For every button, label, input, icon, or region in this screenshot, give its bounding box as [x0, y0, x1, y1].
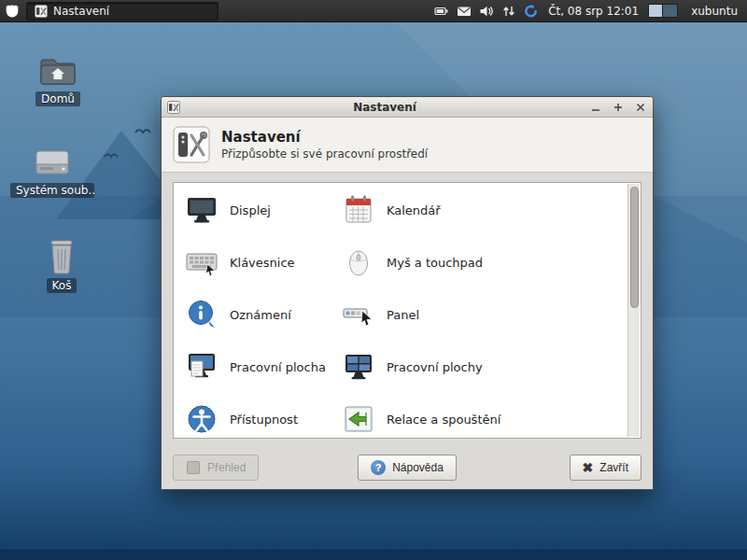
maximize-icon[interactable] — [612, 101, 625, 114]
close-button-icon — [583, 460, 594, 475]
scrollbar-thumb[interactable] — [630, 187, 639, 308]
button-bar: Přehled Nápověda Zavřít — [162, 446, 653, 489]
taskbar-item-label: Nastavení — [53, 5, 109, 18]
settings-listbox: Displej — [173, 182, 641, 439]
header-subtitle: Přizpůsobte si své pracovní prostředí — [221, 147, 428, 161]
settings-item-accessibility[interactable]: Přístupnost — [181, 393, 338, 439]
settings-item-label: Myš a touchpad — [387, 256, 483, 270]
settings-item-mouse[interactable]: Myš a touchpad — [338, 236, 641, 288]
settings-item-workspaces[interactable]: Pracovní plochy — [338, 341, 641, 393]
desktop-icon-label: Systém soub... — [10, 183, 94, 198]
settings-grid: Displej — [174, 183, 641, 439]
wallpaper-bottom-band — [0, 548, 747, 560]
volume-icon[interactable] — [478, 3, 494, 19]
session-startup-icon — [342, 402, 375, 436]
desktop-icon-filesystem[interactable]: Systém soub... — [9, 146, 95, 198]
desktop: Nastavení — [0, 0, 747, 560]
mail-icon[interactable] — [456, 3, 472, 19]
overview-icon — [186, 460, 201, 475]
desktop-icon-label: Domů — [35, 91, 80, 106]
workspace-1[interactable] — [649, 5, 663, 17]
workspace-switcher — [648, 4, 678, 18]
home-folder-icon — [37, 52, 78, 88]
taskbar-item-settings[interactable]: Nastavení — [26, 2, 218, 21]
mouse-icon — [342, 245, 375, 279]
overview-button[interactable]: Přehled — [173, 455, 259, 481]
system-tray — [433, 3, 539, 19]
settings-item-desktop[interactable]: Pracovní plocha — [181, 341, 338, 393]
window-controls — [589, 101, 647, 114]
desktop-icon-label: Koš — [47, 278, 78, 293]
settings-item-session[interactable]: Relace a spouštění — [338, 393, 641, 439]
settings-list-area: Displej — [162, 173, 653, 446]
close-button[interactable]: Zavřít — [570, 455, 641, 481]
settings-item-label: Panel — [387, 308, 419, 322]
accessibility-icon — [185, 402, 218, 436]
settings-window: Nastavení — [161, 96, 654, 490]
settings-item-label: Displej — [230, 203, 271, 217]
close-button-label: Zavřít — [599, 461, 628, 474]
trash-icon — [45, 237, 78, 274]
minimize-icon[interactable] — [589, 101, 602, 114]
session-menu[interactable]: xubuntu — [691, 5, 738, 18]
window-titlebar-icon — [167, 101, 180, 114]
scrollbar-track[interactable] — [627, 184, 640, 437]
filesystem-drive-icon — [32, 146, 73, 179]
header-title: Nastavení — [221, 129, 428, 146]
titlebar[interactable]: Nastavení — [162, 97, 653, 118]
overview-button-label: Přehled — [207, 461, 246, 474]
settings-item-keyboard[interactable]: Klávesnice — [181, 236, 338, 288]
help-button[interactable]: Nápověda — [358, 455, 457, 481]
desktop-icon-home[interactable]: Domů — [15, 52, 101, 106]
settings-item-label: Klávesnice — [230, 256, 295, 270]
settings-item-label: Relace a spouštění — [387, 413, 500, 427]
network-arrows-icon[interactable] — [500, 3, 516, 19]
xubuntu-logo-icon — [5, 4, 20, 19]
calendar-icon — [342, 193, 375, 227]
settings-item-notifications[interactable]: Oznámení — [181, 288, 338, 341]
settings-item-label: Přístupnost — [230, 413, 298, 427]
settings-item-display[interactable]: Displej — [181, 184, 338, 236]
settings-item-label: Pracovní plochy — [387, 360, 483, 374]
help-button-label: Nápověda — [392, 461, 444, 474]
window-header: Nastavení Přizpůsobte si své pracovní pr… — [162, 118, 653, 173]
battery-icon[interactable] — [433, 3, 449, 19]
top-panel: Nastavení — [0, 0, 747, 22]
desktop-settings-icon — [185, 350, 218, 384]
settings-item-calendar[interactable]: Kalendář — [338, 184, 641, 236]
help-icon — [371, 460, 386, 475]
display-icon — [185, 193, 218, 227]
window-title: Nastavení — [180, 101, 589, 114]
panel-settings-icon — [342, 298, 375, 331]
keyboard-icon — [185, 245, 218, 279]
close-icon[interactable] — [634, 101, 647, 114]
workspaces-icon — [342, 350, 375, 384]
settings-item-label: Oznámení — [230, 308, 291, 322]
settings-item-label: Kalendář — [387, 203, 441, 217]
applications-menu-button[interactable] — [0, 0, 24, 22]
update-icon[interactable] — [523, 3, 539, 19]
settings-item-label: Pracovní plocha — [230, 360, 326, 374]
settings-item-panel[interactable]: Panel — [338, 288, 641, 341]
notification-icon — [185, 298, 218, 331]
workspace-2[interactable] — [663, 5, 677, 17]
settings-manager-icon — [173, 126, 210, 163]
desktop-icon-trash[interactable]: Koš — [19, 237, 105, 293]
settings-window-icon — [35, 5, 48, 18]
clock[interactable]: Čt, 08 srp 12:01 — [548, 5, 639, 18]
